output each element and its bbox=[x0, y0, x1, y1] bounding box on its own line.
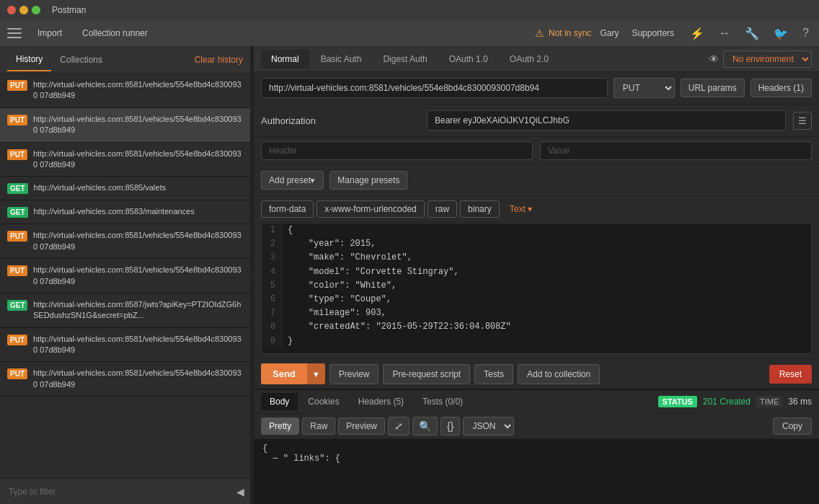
pre-request-script-button[interactable]: Pre-request script bbox=[383, 364, 470, 384]
preview-button[interactable]: Preview bbox=[329, 364, 379, 384]
format-select[interactable]: JSON XML HTML Text bbox=[463, 417, 514, 436]
help-icon[interactable]: ? bbox=[800, 25, 812, 41]
tab-oauth2[interactable]: OAuth 2.0 bbox=[500, 50, 559, 68]
value-input[interactable] bbox=[540, 141, 812, 160]
header-row bbox=[254, 137, 819, 165]
url-bar: PUT GET POST DELETE URL params Headers (… bbox=[254, 72, 819, 105]
braces-icon[interactable]: {} bbox=[441, 417, 460, 436]
reset-button[interactable]: Reset bbox=[769, 365, 812, 384]
sidebar-item-url: http://virtual-vehicles.com:8581/vehicle… bbox=[33, 149, 243, 171]
auth-value-input[interactable] bbox=[427, 110, 786, 131]
add-preset-button[interactable]: Add preset ▼ bbox=[261, 171, 324, 190]
import-button[interactable]: Import bbox=[33, 25, 66, 41]
filter-input[interactable] bbox=[0, 487, 231, 497]
code-editor[interactable]: 1{ 2 "year": 2015, 3 "make": "Chevrolet"… bbox=[261, 223, 812, 354]
sidebar-list-item[interactable]: PUThttp://virtual-vehicles.com:8581/vehi… bbox=[0, 259, 250, 293]
lightning-icon[interactable]: ⚡ bbox=[687, 25, 707, 42]
minimize-button[interactable] bbox=[19, 6, 28, 14]
hamburger-icon[interactable] bbox=[7, 28, 22, 38]
sidebar-item-url: http://virtual-vehicles.com:8581/vehicle… bbox=[33, 368, 243, 390]
status-label: STATUS bbox=[658, 396, 697, 407]
twitter-icon[interactable]: 🐦 bbox=[771, 25, 791, 42]
tab-digest-auth[interactable]: Digest Auth bbox=[373, 50, 437, 68]
maximize-button[interactable] bbox=[32, 6, 40, 14]
sidebar-list-item[interactable]: PUThttp://virtual-vehicles.com:8581/vehi… bbox=[0, 74, 250, 108]
method-select[interactable]: PUT GET POST DELETE bbox=[614, 78, 675, 98]
arrows-icon[interactable]: ↔ bbox=[716, 25, 733, 41]
resp-preview-button[interactable]: Preview bbox=[338, 417, 385, 435]
response-tabs-bar: Body Cookies Headers (5) Tests (0/0) STA… bbox=[254, 390, 819, 414]
sidebar-list-item[interactable]: PUThttp://virtual-vehicles.com:8581/vehi… bbox=[0, 143, 250, 177]
body-tab-urlencoded[interactable]: x-www-form-urlencoded bbox=[316, 200, 424, 218]
sidebar-item-url: http://virtual-vehicles.com:8585/valets bbox=[34, 182, 166, 193]
collection-runner-button[interactable]: Collection runner bbox=[78, 25, 152, 41]
clear-history-button[interactable]: Clear history bbox=[195, 55, 243, 65]
method-badge: PUT bbox=[7, 368, 27, 379]
collections-tab[interactable]: Collections bbox=[51, 49, 111, 71]
text-icon-button[interactable]: ☰ bbox=[793, 112, 812, 130]
preset-area: Add preset ▼ Manage presets bbox=[254, 165, 819, 196]
eye-icon[interactable]: 👁 bbox=[709, 53, 719, 65]
traffic-lights bbox=[7, 6, 40, 14]
close-button[interactable] bbox=[7, 6, 16, 14]
resp-tab-headers[interactable]: Headers (5) bbox=[350, 393, 412, 410]
search-icon[interactable]: 🔍 bbox=[412, 417, 438, 436]
environment-selector[interactable]: No environment bbox=[723, 50, 812, 68]
status-code: 201 Created bbox=[703, 397, 751, 407]
body-tab-binary[interactable]: binary bbox=[460, 200, 500, 218]
send-button[interactable]: Send bbox=[261, 363, 307, 384]
time-label: TIME bbox=[756, 396, 782, 407]
auth-label: Authorization bbox=[261, 115, 420, 126]
copy-button[interactable]: Copy bbox=[773, 417, 812, 435]
sidebar-list-item[interactable]: PUThttp://virtual-vehicles.com:8581/vehi… bbox=[0, 108, 250, 143]
send-button-group: Send ▼ bbox=[261, 363, 325, 384]
tests-button[interactable]: Tests bbox=[474, 364, 513, 384]
method-badge: PUT bbox=[7, 335, 27, 345]
resp-tab-cookies[interactable]: Cookies bbox=[299, 393, 347, 410]
sidebar: History Collections Clear history PUThtt… bbox=[0, 46, 251, 504]
manage-presets-button[interactable]: Manage presets bbox=[329, 171, 407, 190]
url-input[interactable] bbox=[261, 78, 608, 98]
sidebar-item-url: http://virtual-vehicles.com:8587/jwts?ap… bbox=[33, 299, 243, 322]
sidebar-list-item[interactable]: GEThttp://virtual-vehicles.com:8587/jwts… bbox=[0, 293, 250, 328]
sidebar-list-item[interactable]: PUThttp://virtual-vehicles.com:8581/vehi… bbox=[0, 224, 250, 259]
request-tabs: Normal Basic Auth Digest Auth OAuth 1.0 … bbox=[254, 46, 819, 72]
resp-tab-body[interactable]: Body bbox=[261, 393, 298, 410]
resp-pretty-button[interactable]: Pretty bbox=[261, 417, 299, 435]
supporters-button[interactable]: Supporters bbox=[627, 25, 678, 41]
add-to-collection-button[interactable]: Add to collection bbox=[518, 364, 600, 384]
collapse-button[interactable]: ◀ bbox=[231, 486, 250, 498]
tab-oauth1[interactable]: OAuth 1.0 bbox=[439, 50, 498, 68]
body-tab-raw[interactable]: raw bbox=[428, 200, 457, 218]
body-tab-form-data[interactable]: form-data bbox=[261, 200, 314, 218]
method-badge: PUT bbox=[7, 115, 27, 125]
env-selector-area: 👁 No environment bbox=[709, 50, 812, 68]
headers-button[interactable]: Headers (1) bbox=[751, 79, 812, 97]
menu-bar-left: Import Collection runner bbox=[7, 25, 535, 41]
response-status-area: STATUS 201 Created TIME 36 ms bbox=[658, 396, 812, 407]
menu-bar: Import Collection runner ⚠ Not in sync G… bbox=[0, 20, 819, 46]
sidebar-list-item[interactable]: PUThttp://virtual-vehicles.com:8581/vehi… bbox=[0, 328, 250, 363]
header-input[interactable] bbox=[261, 141, 533, 160]
response-body: { — " links": { bbox=[254, 439, 819, 504]
app-title: Postman bbox=[52, 5, 86, 15]
url-params-button[interactable]: URL params bbox=[681, 79, 745, 97]
expand-icon[interactable]: ⤢ bbox=[388, 417, 410, 436]
method-badge: GET bbox=[7, 300, 27, 311]
sidebar-list-item[interactable]: GEThttp://virtual-vehicles.com:8583/main… bbox=[0, 200, 250, 224]
resp-raw-button[interactable]: Raw bbox=[302, 417, 335, 435]
wrench-icon[interactable]: 🔧 bbox=[742, 25, 762, 42]
history-tab[interactable]: History bbox=[7, 48, 51, 71]
method-badge: PUT bbox=[7, 80, 27, 91]
sidebar-item-url: http://virtual-vehicles.com:8583/mainten… bbox=[34, 206, 195, 217]
tab-basic-auth[interactable]: Basic Auth bbox=[311, 50, 372, 68]
body-tab-text[interactable]: Text ▾ bbox=[503, 201, 539, 217]
title-bar: Postman bbox=[0, 0, 819, 20]
sidebar-list-item[interactable]: PUThttp://virtual-vehicles.com:8581/vehi… bbox=[0, 362, 250, 397]
sidebar-list-item[interactable]: GEThttp://virtual-vehicles.com:8585/vale… bbox=[0, 177, 250, 200]
tab-normal[interactable]: Normal bbox=[261, 50, 309, 68]
main-layout: History Collections Clear history PUThtt… bbox=[0, 46, 819, 504]
send-dropdown-button[interactable]: ▼ bbox=[307, 363, 325, 384]
resp-tab-tests[interactable]: Tests (0/0) bbox=[414, 393, 472, 410]
method-badge: PUT bbox=[7, 231, 27, 242]
